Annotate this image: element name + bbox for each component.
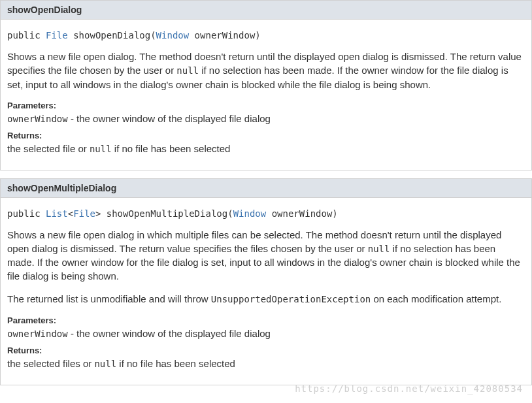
type-link-file[interactable]: File <box>46 30 68 40</box>
return-line: the selected file or null if no file has… <box>7 143 525 154</box>
sig-method-name: showOpenMultipleDialog( <box>101 208 233 219</box>
type-link-window[interactable]: Window <box>233 208 267 219</box>
returns-label: Returns: <box>7 346 525 355</box>
sig-generic-open: < <box>68 208 73 219</box>
inline-code-null: null <box>94 359 116 369</box>
inline-code-null: null <box>90 144 112 154</box>
parameters-label: Parameters: <box>7 315 525 325</box>
type-link-list[interactable]: List <box>46 208 68 219</box>
return-text: the selected file or <box>7 143 90 154</box>
sig-param-name: ownerWindow) <box>189 30 261 40</box>
returns-label: Returns: <box>7 131 525 140</box>
return-text: if no file has been selected <box>116 358 235 369</box>
param-name: ownerWindow <box>7 329 68 339</box>
parameters-label: Parameters: <box>7 101 525 110</box>
desc-text: The returned list is unmodifiable and wi… <box>7 293 211 304</box>
type-link-file[interactable]: File <box>73 208 95 219</box>
return-text: the selected files or <box>7 358 94 369</box>
inline-code-null: null <box>368 244 390 254</box>
parameter-line: ownerWindow - the owner window of the di… <box>7 113 525 124</box>
param-desc: - the owner window of the displayed file… <box>68 113 271 124</box>
method-signature: public File showOpenDialog(Window ownerW… <box>7 30 525 40</box>
param-name: ownerWindow <box>7 114 68 124</box>
type-link-window[interactable]: Window <box>156 30 190 40</box>
return-line: the selected files or null if no file ha… <box>7 358 525 369</box>
method-description: Shows a new file open dialog. The method… <box>7 50 525 91</box>
desc-text: on each modification attempt. <box>371 293 501 304</box>
inline-code-null: null <box>176 65 199 76</box>
method-block-showOpenDialog: showOpenDialog public File showOpenDialo… <box>0 0 532 170</box>
method-body: public List<File> showOpenMultipleDialog… <box>1 198 531 385</box>
return-text: if no file has been selected <box>112 143 231 154</box>
method-description: Shows a new file open dialog in which mu… <box>7 228 525 283</box>
method-body: public File showOpenDialog(Window ownerW… <box>1 20 531 170</box>
sig-param-name: ownerWindow) <box>266 208 338 219</box>
sig-method-name: showOpenDialog( <box>68 30 156 40</box>
sig-modifier: public <box>7 208 46 219</box>
method-header: showOpenMultipleDialog <box>1 179 531 198</box>
method-description-2: The returned list is unmodifiable and wi… <box>7 292 525 306</box>
parameter-line: ownerWindow - the owner window of the di… <box>7 328 525 339</box>
method-signature: public List<File> showOpenMultipleDialog… <box>7 208 525 219</box>
method-block-showOpenMultipleDialog: showOpenMultipleDialog public List<File>… <box>0 178 532 385</box>
method-header: showOpenDialog <box>1 1 531 20</box>
inline-code-exception: UnsupportedOperationException <box>211 294 371 304</box>
sig-modifier: public <box>7 30 46 40</box>
param-desc: - the owner window of the displayed file… <box>68 328 271 339</box>
